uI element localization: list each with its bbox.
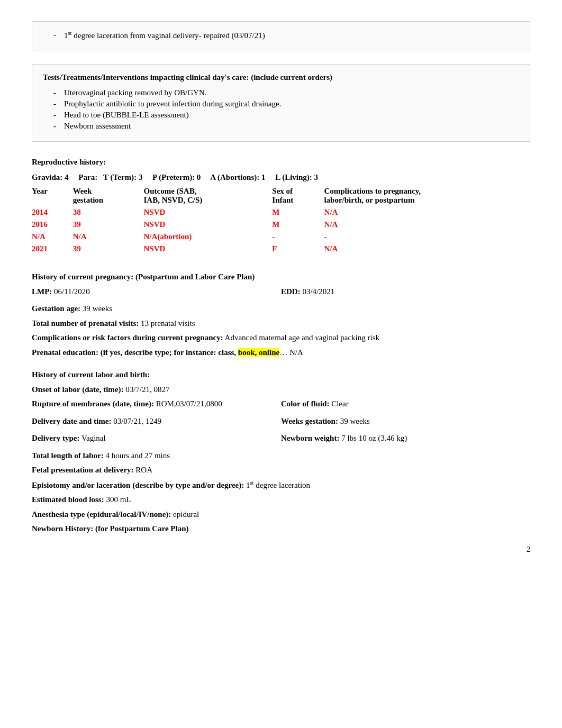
treatment-item-3: - Head to toe (BUBBLE-LE assessment) bbox=[43, 111, 519, 120]
lmp-label: LMP: bbox=[32, 287, 52, 296]
treatment-text-3: Head to toe (BUBBLE-LE assessment) bbox=[64, 111, 189, 120]
anesthesia-value: epidural bbox=[173, 510, 199, 518]
table-cell-complications: N/A bbox=[324, 243, 530, 255]
delivery-date-label: Delivery date and time: bbox=[32, 417, 111, 425]
gestation-label: Gestation age: bbox=[32, 304, 80, 313]
table-cell-week: 38 bbox=[73, 206, 144, 219]
episiotomy-value: 1st degree laceration bbox=[246, 481, 310, 489]
total-labor-value: 4 hours and 27 mins bbox=[105, 451, 170, 460]
table-cell-outcome: NSVD bbox=[143, 219, 272, 231]
col-header-year: Year bbox=[32, 185, 73, 206]
table-cell-complications: - bbox=[324, 231, 530, 243]
edd-value: 03/4/2021 bbox=[302, 287, 334, 296]
bullet-dash-2: - bbox=[53, 99, 60, 108]
edd-label: EDD: bbox=[281, 287, 301, 296]
rupture-line: Rupture of membranes (date, time): ROM,0… bbox=[32, 398, 281, 410]
color-fluid-label: Color of fluid: bbox=[281, 399, 329, 408]
top-section-box: - 1st degree laceration from vaginal del… bbox=[32, 21, 530, 51]
lmp-value: 06/11/2020 bbox=[54, 287, 90, 296]
delivery-type-newborn-row: Delivery type: Vaginal Newborn weight: 7… bbox=[32, 432, 530, 447]
bullet-dash-4: - bbox=[53, 122, 60, 131]
col-header-sex: Sex ofInfant bbox=[272, 185, 324, 206]
top-bullet-text: 1st degree laceration from vaginal deliv… bbox=[64, 30, 265, 40]
onset-label: Onset of labor (date, time): bbox=[32, 385, 123, 394]
total-labor-label: Total length of labor: bbox=[32, 451, 104, 460]
episiotomy-label: Episiotomy and/or laceration (describe b… bbox=[32, 481, 244, 489]
weeks-gest-value: 39 weeks bbox=[340, 417, 370, 425]
delivery-type-label: Delivery type: bbox=[32, 434, 79, 442]
total-labor-line: Total length of labor: 4 hours and 27 mi… bbox=[32, 450, 530, 462]
table-row: 201438NSVDMN/A bbox=[32, 206, 530, 219]
table-cell-sex: - bbox=[272, 231, 324, 243]
history-pregnancy-section: History of current pregnancy: (Postpartu… bbox=[32, 271, 530, 358]
top-bullet-item: - 1st degree laceration from vaginal del… bbox=[43, 30, 519, 40]
history-pregnancy-title: History of current pregnancy: (Postpartu… bbox=[32, 271, 530, 283]
col-header-complications: Complications to pregnancy,labor/birth, … bbox=[324, 185, 530, 206]
delivery-type-value: Vaginal bbox=[81, 434, 106, 442]
newborn-weight-line: Newborn weight: 7 lbs 10 oz (3.46 kg) bbox=[281, 432, 530, 444]
fetal-line: Fetal presentation at delivery: ROA bbox=[32, 464, 530, 476]
weeks-gest-label: Weeks gestation: bbox=[281, 417, 338, 425]
history-labor-section: History of current labor and birth: Onse… bbox=[32, 369, 530, 535]
rupture-value: ROM,03/07/21,0800 bbox=[156, 399, 222, 408]
col-header-week: Weekgestation bbox=[73, 185, 144, 206]
bullet-dash-1: - bbox=[53, 88, 60, 97]
reproductive-section: Reproductive history: Gravida: 4 Para: T… bbox=[32, 158, 530, 255]
page-number: 2 bbox=[32, 545, 530, 554]
col-header-outcome: Outcome (SAB,IAB, NSVD, C/S) bbox=[143, 185, 272, 206]
color-fluid-line: Color of fluid: Clear bbox=[281, 398, 530, 410]
anesthesia-label: Anesthesia type (epidural/local/IV/none)… bbox=[32, 510, 171, 518]
treatment-item-2: - Prophylactic antibiotic to prevent inf… bbox=[43, 99, 519, 108]
edd-line: EDD: 03/4/2021 bbox=[281, 286, 530, 298]
color-fluid-value: Clear bbox=[331, 399, 348, 408]
onset-value: 03/7/21, 0827 bbox=[125, 385, 169, 394]
table-cell-year: N/A bbox=[32, 231, 73, 243]
rupture-label: Rupture of membranes (date, time): bbox=[32, 399, 154, 408]
treatments-title: Tests/Treatments/Interventions impacting… bbox=[43, 73, 519, 82]
table-row: N/AN/AN/A(abortion)-- bbox=[32, 231, 530, 243]
gestation-value: 39 weeks bbox=[83, 304, 112, 313]
table-cell-year: 2014 bbox=[32, 206, 73, 219]
table-cell-sex: M bbox=[272, 206, 324, 219]
lmp-edd-row: LMP: 06/11/2020 EDD: 03/4/2021 bbox=[32, 286, 530, 301]
gravida-text: Gravida: 4 Para: T (Term): 3 P (Preterm)… bbox=[32, 173, 318, 181]
newborn-weight-value: 7 lbs 10 oz (3.46 kg) bbox=[341, 434, 407, 442]
history-pregnancy-title-text: History of current pregnancy: (Postpartu… bbox=[32, 272, 255, 281]
table-cell-complications: N/A bbox=[324, 219, 530, 231]
table-cell-outcome: NSVD bbox=[143, 243, 272, 255]
onset-line: Onset of labor (date, time): 03/7/21, 08… bbox=[32, 384, 530, 396]
table-cell-year: 2021 bbox=[32, 243, 73, 255]
newborn-history-line: Newborn History: (for Postpartum Care Pl… bbox=[32, 523, 530, 535]
fetal-value: ROA bbox=[135, 466, 152, 474]
delivery-date-weeks-row: Delivery date and time: 03/07/21, 1249 W… bbox=[32, 415, 530, 430]
table-cell-complications: N/A bbox=[324, 206, 530, 219]
newborn-weight-label: Newborn weight: bbox=[281, 434, 339, 442]
reproductive-title: Reproductive history: bbox=[32, 158, 530, 167]
complications-label: Complications or risk factors during cur… bbox=[32, 333, 223, 342]
table-row: 201639NSVDMN/A bbox=[32, 219, 530, 231]
bullet-dash: - bbox=[53, 30, 60, 40]
prenatal-edu-label: Prenatal education: (if yes, describe ty… bbox=[32, 348, 238, 357]
table-cell-outcome: NSVD bbox=[143, 206, 272, 219]
gestation-line: Gestation age: 39 weeks bbox=[32, 303, 530, 315]
blood-loss-label: Estimated blood loss: bbox=[32, 495, 104, 504]
delivery-type-line: Delivery type: Vaginal bbox=[32, 432, 281, 444]
prenatal-visits-label: Total number of prenatal visits: bbox=[32, 319, 139, 327]
table-header-row: Year Weekgestation Outcome (SAB,IAB, NSV… bbox=[32, 185, 530, 206]
delivery-date-value: 03/07/21, 1249 bbox=[113, 417, 161, 425]
treatment-text-1: Uterovaginal packing removed by OB/GYN. bbox=[64, 88, 207, 97]
weeks-gest-line: Weeks gestation: 39 weeks bbox=[281, 415, 530, 427]
table-cell-week: 39 bbox=[73, 243, 144, 255]
treatment-item-4: - Newborn assessment bbox=[43, 122, 519, 131]
table-cell-sex: F bbox=[272, 243, 324, 255]
labor-title-text: History of current labor and birth: bbox=[32, 370, 150, 379]
treatment-text-2: Prophylactic antibiotic to prevent infec… bbox=[64, 99, 281, 108]
lmp-line: LMP: 06/11/2020 bbox=[32, 286, 281, 298]
table-cell-week: N/A bbox=[73, 231, 144, 243]
gravida-line: Gravida: 4 Para: T (Term): 3 P (Preterm)… bbox=[32, 173, 530, 182]
rupture-color-row: Rupture of membranes (date, time): ROM,0… bbox=[32, 398, 530, 413]
prenatal-visits-value: 13 prenatal visits bbox=[141, 319, 195, 327]
prenatal-edu-end: … N/A bbox=[279, 348, 303, 357]
table-cell-week: 39 bbox=[73, 219, 144, 231]
treatment-text-4: Newborn assessment bbox=[64, 122, 131, 131]
